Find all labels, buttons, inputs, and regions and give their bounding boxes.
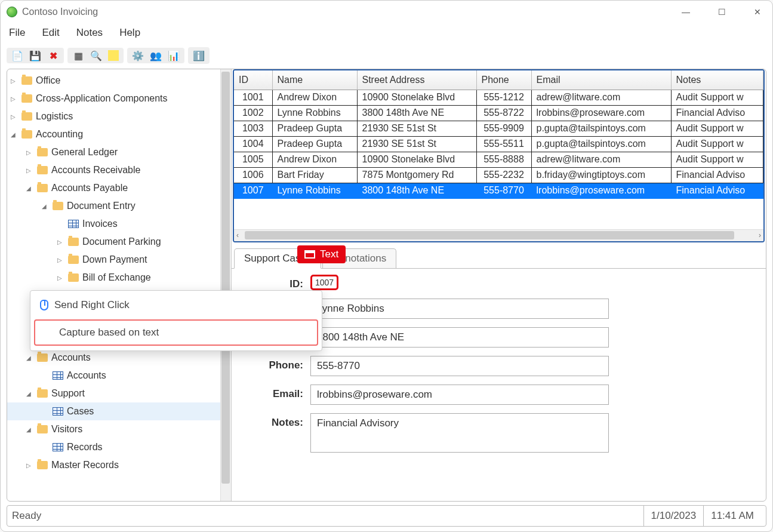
tree-item-master[interactable]: ▷Master Records — [7, 456, 231, 474]
field-email[interactable]: lrobbins@proseware.com — [310, 385, 609, 405]
field-id-highlighted[interactable]: 1007 — [310, 275, 338, 290]
tree-item-cases[interactable]: Cases — [7, 402, 231, 420]
label-id: ID: — [244, 275, 303, 290]
tree-item-ar[interactable]: ▷Accounts Receivable — [7, 161, 231, 179]
cell-email: adrew@litware.com — [531, 152, 671, 167]
cell-name: Pradeep Gupta — [272, 136, 357, 152]
table-row[interactable]: 1002Lynne Robbins3800 148th Ave NE555-87… — [234, 105, 763, 121]
cell-notes: Audit Support w — [671, 152, 763, 167]
cell-id: 1004 — [234, 136, 272, 152]
info-icon[interactable]: ℹ️ — [193, 50, 205, 61]
col-phone[interactable]: Phone — [476, 70, 531, 90]
table-row[interactable]: 1004Pradeep Gupta21930 SE 51st St555-551… — [234, 136, 763, 152]
client-area: ▷Office ▷Cross-Application Components ▷L… — [7, 69, 766, 502]
field-notes[interactable]: Financial Advisory — [310, 413, 609, 453]
cell-id: 1007 — [234, 183, 272, 198]
save-icon[interactable]: 💾 — [29, 50, 41, 61]
tree-item-gl[interactable]: ▷General Ledger — [7, 143, 231, 161]
cell-notes: Audit Support w — [671, 136, 763, 152]
label-email: Email: — [244, 385, 303, 400]
tree-item-billex[interactable]: ▷Bill of Exchange — [7, 269, 231, 287]
delete-icon[interactable]: ✖ — [47, 50, 59, 61]
tree-item-ap[interactable]: ◢Accounts Payable — [7, 179, 231, 197]
folder-icon — [37, 389, 48, 398]
toolbar: 📄 💾 ✖ ▦ 🔍 ⚙️ 👥 📊 ℹ️ — [1, 45, 772, 69]
cell-name: Bart Friday — [272, 167, 357, 183]
maximize-button[interactable]: ☐ — [713, 7, 731, 17]
tree-item-docparking[interactable]: ▷Document Parking — [7, 233, 231, 251]
search-icon[interactable]: 🔍 — [90, 50, 102, 61]
col-name[interactable]: Name — [272, 70, 357, 90]
table-row[interactable]: 1005Andrew Dixon10900 Stonelake Blvd555-… — [234, 152, 763, 167]
table-row[interactable]: 1007Lynne Robbins3800 148th Ave NE555-87… — [234, 183, 763, 198]
tree-item-office[interactable]: ▷Office — [7, 72, 231, 90]
menu-notes[interactable]: Notes — [76, 27, 103, 39]
cell-email: p.gupta@tailspintoys.com — [531, 136, 671, 152]
table-row[interactable]: 1001Andrew Dixon10900 Stonelake Blvd555-… — [234, 90, 763, 105]
status-time: 11:41 AM — [703, 506, 761, 526]
folder-icon — [21, 130, 32, 139]
tree-scroll[interactable]: ▷Office ▷Cross-Application Components ▷L… — [7, 69, 231, 501]
data-table-wrap: ID Name Street Address Phone Email Notes… — [233, 69, 765, 242]
tree-item-accounts-table[interactable]: Accounts — [7, 367, 231, 385]
grid-icon[interactable]: ▦ — [72, 50, 84, 61]
tree-item-visitors[interactable]: ◢Visitors — [7, 420, 231, 438]
gear-icon[interactable]: ⚙️ — [132, 50, 144, 61]
menu-help[interactable]: Help — [119, 27, 140, 39]
cell-name: Pradeep Gupta — [272, 121, 357, 136]
tree-item-support[interactable]: ◢Support — [7, 385, 231, 402]
table-icon — [53, 371, 63, 380]
note-icon[interactable] — [108, 50, 119, 61]
table-row[interactable]: 1003Pradeep Gupta21930 SE 51st St555-990… — [234, 121, 763, 136]
cell-name: Lynne Robbins — [272, 183, 357, 198]
col-email[interactable]: Email — [531, 70, 671, 90]
tree-item-logistics[interactable]: ▷Logistics — [7, 107, 231, 125]
cell-id: 1006 — [234, 167, 272, 183]
users-icon[interactable]: 👥 — [150, 50, 162, 61]
folder-icon — [37, 353, 48, 362]
col-street[interactable]: Street Address — [357, 70, 476, 90]
app-window: Contoso Invoicing — ☐ ✕ File Edit Notes … — [0, 0, 773, 532]
table-icon — [53, 407, 63, 416]
table-hscrollbar[interactable]: ‹ › — [234, 229, 763, 241]
ctx-capture-text[interactable]: Capture based on text — [34, 319, 318, 346]
cell-street: 21930 SE 51st St — [357, 121, 476, 136]
text-capture-badge[interactable]: Text — [297, 245, 346, 263]
menu-file[interactable]: File — [9, 27, 25, 39]
table-row[interactable]: 1006Bart Friday7875 Montgomery Rd555-223… — [234, 167, 763, 183]
new-icon[interactable]: 📄 — [11, 50, 23, 61]
close-button[interactable]: ✕ — [749, 7, 766, 17]
mouse-icon — [40, 300, 48, 310]
folder-icon — [37, 148, 48, 156]
col-id[interactable]: ID — [234, 70, 272, 90]
cell-email: lrobbins@proseware.com — [531, 105, 671, 121]
data-table[interactable]: ID Name Street Address Phone Email Notes… — [234, 70, 763, 199]
tree-item-docentry[interactable]: ◢Document Entry — [7, 197, 231, 215]
tab-strip: Support Cases Annotations Text — [232, 245, 766, 269]
field-phone[interactable]: 555-8770 — [310, 356, 609, 376]
export-excel-icon[interactable]: 📊 — [168, 50, 180, 61]
col-notes[interactable]: Notes — [671, 70, 763, 90]
tree-item-downpay[interactable]: ▷Down Payment — [7, 251, 231, 269]
menu-edit[interactable]: Edit — [42, 27, 59, 39]
ctx-send-right-click[interactable]: Send Right Click — [30, 293, 322, 317]
cell-id: 1001 — [234, 90, 272, 105]
minimize-button[interactable]: — — [677, 7, 695, 17]
tree-item-invoices[interactable]: Invoices — [7, 215, 231, 233]
field-address[interactable]: 3800 148th Ave NE — [310, 327, 609, 348]
tree-scrollbar[interactable] — [220, 69, 231, 501]
tree-item-accounts[interactable]: ◢Accounts — [7, 349, 231, 367]
folder-icon — [68, 273, 79, 282]
cell-phone: 555-2232 — [476, 167, 531, 183]
cell-phone: 555-1212 — [476, 90, 531, 105]
table-icon — [68, 220, 79, 228]
cell-street: 3800 148th Ave NE — [357, 105, 476, 121]
tree-item-records[interactable]: Records — [7, 438, 231, 456]
tree-item-cross[interactable]: ▷Cross-Application Components — [7, 90, 231, 107]
folder-icon — [68, 256, 79, 264]
field-name[interactable]: Lynne Robbins — [310, 299, 609, 319]
folder-icon — [21, 112, 32, 121]
cell-notes: Financial Adviso — [671, 167, 763, 183]
folder-icon — [37, 461, 48, 469]
tree-item-accounting[interactable]: ◢Accounting — [7, 125, 231, 143]
